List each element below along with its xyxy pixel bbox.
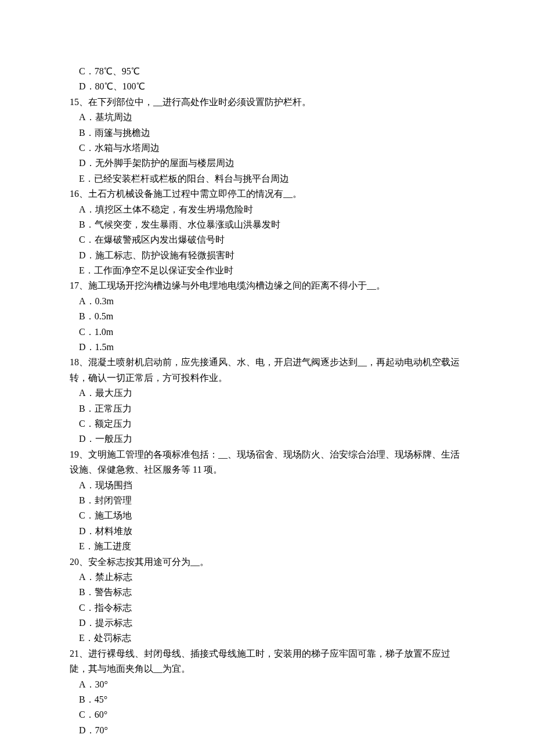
answer-option: E．施工进度	[70, 539, 464, 554]
question-text: 16、土石方机械设备施工过程中需立即停工的情况有__。	[70, 186, 464, 201]
answer-option: B．警告标志	[70, 585, 464, 600]
answer-option: D．一般压力	[70, 431, 464, 447]
question-text: 18、混凝土喷射机启动前，应先接通风、水、电，开启进气阀逐步达到__，再起动电动…	[70, 355, 464, 386]
answer-option: D．80℃、100℃	[70, 79, 464, 94]
answer-option: A．填挖区土体不稳定，有发生坍塌危险时	[70, 202, 464, 217]
answer-option: D．材料堆放	[70, 524, 464, 539]
answer-option: C．在爆破警戒区内发出爆破信号时	[70, 232, 464, 247]
answer-option: C．78℃、95℃	[70, 64, 464, 79]
answer-option: B．正常压力	[70, 401, 464, 416]
answer-option: B．气候突变，发生暴雨、水位暴涨或山洪暴发时	[70, 217, 464, 232]
answer-option: E．处罚标志	[70, 631, 464, 646]
question-text: 17、施工现场开挖沟槽边缘与外电埋地电缆沟槽边缘之间的距离不得小于__。	[70, 278, 464, 293]
answer-option: B．0.5m	[70, 309, 464, 324]
answer-option: B．45°	[70, 692, 464, 707]
answer-option: A．最大压力	[70, 386, 464, 401]
answer-option: E．工作面净空不足以保证安全作业时	[70, 263, 464, 278]
answer-option: A．现场围挡	[70, 478, 464, 493]
answer-option: D．施工标志、防护设施有轻微损害时	[70, 248, 464, 263]
answer-option: A．30°	[70, 677, 464, 692]
answer-option: C．额定压力	[70, 416, 464, 431]
answer-option: E．已经安装栏杆或栏板的阳台、料台与挑平台周边	[70, 171, 464, 186]
answer-option: B．雨篷与挑檐边	[70, 125, 464, 141]
exam-page: C．78℃、95℃D．80℃、100℃15、在下列部位中，__进行高处作业时必须…	[0, 0, 534, 756]
question-text: 15、在下列部位中，__进行高处作业时必须设置防护栏杆。	[70, 95, 464, 110]
answer-option: C．1.0m	[70, 325, 464, 340]
answer-option: D．无外脚手架防护的屋面与楼层周边	[70, 156, 464, 171]
answer-option: A．0.3m	[70, 294, 464, 309]
answer-option: A．基坑周边	[70, 110, 464, 125]
answer-option: A．禁止标志	[70, 570, 464, 585]
answer-option: C．施工场地	[70, 508, 464, 523]
answer-option: D．1.5m	[70, 340, 464, 355]
answer-option: C．指令标志	[70, 600, 464, 615]
question-text: 21、进行裸母线、封闭母线、插接式母线施工时，安装用的梯子应牢固可靠，梯子放置不…	[70, 646, 464, 677]
answer-option: B．封闭管理	[70, 493, 464, 508]
answer-option: D．提示标志	[70, 615, 464, 631]
question-text: 19、文明施工管理的各项标准包括：__、现场宿舍、现场防火、治安综合治理、现场标…	[70, 447, 464, 478]
answer-option: D．70°	[70, 723, 464, 738]
answer-option: C．60°	[70, 707, 464, 722]
answer-option: C．水箱与水塔周边	[70, 141, 464, 156]
question-text: 20、安全标志按其用途可分为__。	[70, 555, 464, 570]
